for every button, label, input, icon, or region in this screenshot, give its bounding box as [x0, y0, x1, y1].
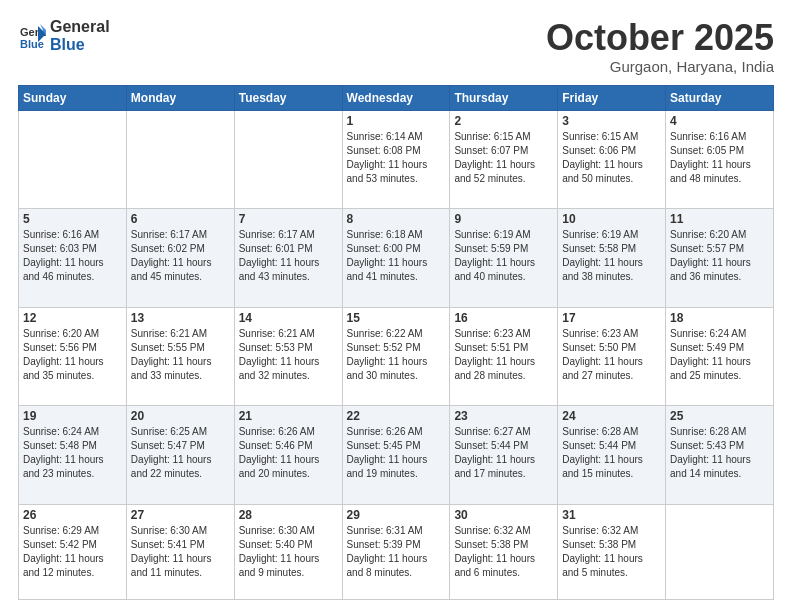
cell-content: Sunrise: 6:27 AM Sunset: 5:44 PM Dayligh… — [454, 425, 553, 481]
cell-content: Sunrise: 6:28 AM Sunset: 5:44 PM Dayligh… — [562, 425, 661, 481]
calendar-table: SundayMondayTuesdayWednesdayThursdayFrid… — [18, 85, 774, 600]
day-number: 29 — [347, 508, 446, 522]
cell-content: Sunrise: 6:26 AM Sunset: 5:46 PM Dayligh… — [239, 425, 338, 481]
calendar-cell: 9Sunrise: 6:19 AM Sunset: 5:59 PM Daylig… — [450, 209, 558, 308]
cell-content: Sunrise: 6:30 AM Sunset: 5:41 PM Dayligh… — [131, 524, 230, 580]
cell-content: Sunrise: 6:19 AM Sunset: 5:58 PM Dayligh… — [562, 228, 661, 284]
calendar-week-row: 26Sunrise: 6:29 AM Sunset: 5:42 PM Dayli… — [19, 504, 774, 599]
day-number: 11 — [670, 212, 769, 226]
cell-content: Sunrise: 6:24 AM Sunset: 5:48 PM Dayligh… — [23, 425, 122, 481]
calendar-week-row: 19Sunrise: 6:24 AM Sunset: 5:48 PM Dayli… — [19, 406, 774, 505]
weekday-header: Monday — [126, 85, 234, 110]
cell-content: Sunrise: 6:32 AM Sunset: 5:38 PM Dayligh… — [454, 524, 553, 580]
calendar-cell: 7Sunrise: 6:17 AM Sunset: 6:01 PM Daylig… — [234, 209, 342, 308]
day-number: 7 — [239, 212, 338, 226]
page: General Blue General Blue October 2025 G… — [0, 0, 792, 612]
cell-content: Sunrise: 6:18 AM Sunset: 6:00 PM Dayligh… — [347, 228, 446, 284]
day-number: 25 — [670, 409, 769, 423]
calendar-cell: 12Sunrise: 6:20 AM Sunset: 5:56 PM Dayli… — [19, 307, 127, 406]
weekday-header: Tuesday — [234, 85, 342, 110]
day-number: 16 — [454, 311, 553, 325]
day-number: 18 — [670, 311, 769, 325]
cell-content: Sunrise: 6:22 AM Sunset: 5:52 PM Dayligh… — [347, 327, 446, 383]
calendar-cell: 2Sunrise: 6:15 AM Sunset: 6:07 PM Daylig… — [450, 110, 558, 209]
cell-content: Sunrise: 6:21 AM Sunset: 5:55 PM Dayligh… — [131, 327, 230, 383]
calendar-cell: 5Sunrise: 6:16 AM Sunset: 6:03 PM Daylig… — [19, 209, 127, 308]
day-number: 4 — [670, 114, 769, 128]
cell-content: Sunrise: 6:30 AM Sunset: 5:40 PM Dayligh… — [239, 524, 338, 580]
calendar-cell: 22Sunrise: 6:26 AM Sunset: 5:45 PM Dayli… — [342, 406, 450, 505]
day-number: 1 — [347, 114, 446, 128]
month-title: October 2025 — [546, 18, 774, 58]
calendar-cell — [126, 110, 234, 209]
logo-general: General — [50, 18, 110, 36]
calendar-cell: 4Sunrise: 6:16 AM Sunset: 6:05 PM Daylig… — [666, 110, 774, 209]
day-number: 30 — [454, 508, 553, 522]
calendar-header-row: SundayMondayTuesdayWednesdayThursdayFrid… — [19, 85, 774, 110]
calendar-cell: 14Sunrise: 6:21 AM Sunset: 5:53 PM Dayli… — [234, 307, 342, 406]
day-number: 14 — [239, 311, 338, 325]
day-number: 31 — [562, 508, 661, 522]
calendar-cell: 25Sunrise: 6:28 AM Sunset: 5:43 PM Dayli… — [666, 406, 774, 505]
calendar-cell: 18Sunrise: 6:24 AM Sunset: 5:49 PM Dayli… — [666, 307, 774, 406]
calendar-cell: 26Sunrise: 6:29 AM Sunset: 5:42 PM Dayli… — [19, 504, 127, 599]
cell-content: Sunrise: 6:19 AM Sunset: 5:59 PM Dayligh… — [454, 228, 553, 284]
weekday-header: Sunday — [19, 85, 127, 110]
cell-content: Sunrise: 6:29 AM Sunset: 5:42 PM Dayligh… — [23, 524, 122, 580]
calendar-cell: 6Sunrise: 6:17 AM Sunset: 6:02 PM Daylig… — [126, 209, 234, 308]
calendar-cell — [666, 504, 774, 599]
cell-content: Sunrise: 6:17 AM Sunset: 6:01 PM Dayligh… — [239, 228, 338, 284]
day-number: 5 — [23, 212, 122, 226]
svg-text:Blue: Blue — [20, 38, 44, 50]
calendar-cell: 29Sunrise: 6:31 AM Sunset: 5:39 PM Dayli… — [342, 504, 450, 599]
cell-content: Sunrise: 6:26 AM Sunset: 5:45 PM Dayligh… — [347, 425, 446, 481]
calendar-week-row: 1Sunrise: 6:14 AM Sunset: 6:08 PM Daylig… — [19, 110, 774, 209]
calendar-cell: 21Sunrise: 6:26 AM Sunset: 5:46 PM Dayli… — [234, 406, 342, 505]
day-number: 28 — [239, 508, 338, 522]
calendar-cell: 1Sunrise: 6:14 AM Sunset: 6:08 PM Daylig… — [342, 110, 450, 209]
day-number: 6 — [131, 212, 230, 226]
day-number: 2 — [454, 114, 553, 128]
day-number: 26 — [23, 508, 122, 522]
calendar-cell: 13Sunrise: 6:21 AM Sunset: 5:55 PM Dayli… — [126, 307, 234, 406]
day-number: 15 — [347, 311, 446, 325]
weekday-header: Saturday — [666, 85, 774, 110]
day-number: 21 — [239, 409, 338, 423]
day-number: 3 — [562, 114, 661, 128]
cell-content: Sunrise: 6:16 AM Sunset: 6:03 PM Dayligh… — [23, 228, 122, 284]
calendar-cell: 10Sunrise: 6:19 AM Sunset: 5:58 PM Dayli… — [558, 209, 666, 308]
day-number: 24 — [562, 409, 661, 423]
calendar-cell: 23Sunrise: 6:27 AM Sunset: 5:44 PM Dayli… — [450, 406, 558, 505]
cell-content: Sunrise: 6:20 AM Sunset: 5:57 PM Dayligh… — [670, 228, 769, 284]
day-number: 22 — [347, 409, 446, 423]
logo: General Blue General Blue — [18, 18, 110, 53]
day-number: 9 — [454, 212, 553, 226]
calendar-cell: 31Sunrise: 6:32 AM Sunset: 5:38 PM Dayli… — [558, 504, 666, 599]
calendar-cell: 24Sunrise: 6:28 AM Sunset: 5:44 PM Dayli… — [558, 406, 666, 505]
weekday-header: Friday — [558, 85, 666, 110]
day-number: 10 — [562, 212, 661, 226]
day-number: 12 — [23, 311, 122, 325]
cell-content: Sunrise: 6:17 AM Sunset: 6:02 PM Dayligh… — [131, 228, 230, 284]
day-number: 19 — [23, 409, 122, 423]
cell-content: Sunrise: 6:21 AM Sunset: 5:53 PM Dayligh… — [239, 327, 338, 383]
logo-icon: General Blue — [18, 22, 46, 50]
location-subtitle: Gurgaon, Haryana, India — [546, 58, 774, 75]
calendar-week-row: 5Sunrise: 6:16 AM Sunset: 6:03 PM Daylig… — [19, 209, 774, 308]
cell-content: Sunrise: 6:16 AM Sunset: 6:05 PM Dayligh… — [670, 130, 769, 186]
cell-content: Sunrise: 6:14 AM Sunset: 6:08 PM Dayligh… — [347, 130, 446, 186]
calendar-cell — [234, 110, 342, 209]
calendar-cell: 27Sunrise: 6:30 AM Sunset: 5:41 PM Dayli… — [126, 504, 234, 599]
weekday-header: Wednesday — [342, 85, 450, 110]
calendar-cell: 16Sunrise: 6:23 AM Sunset: 5:51 PM Dayli… — [450, 307, 558, 406]
calendar-cell: 15Sunrise: 6:22 AM Sunset: 5:52 PM Dayli… — [342, 307, 450, 406]
cell-content: Sunrise: 6:15 AM Sunset: 6:06 PM Dayligh… — [562, 130, 661, 186]
day-number: 20 — [131, 409, 230, 423]
cell-content: Sunrise: 6:32 AM Sunset: 5:38 PM Dayligh… — [562, 524, 661, 580]
calendar-cell: 8Sunrise: 6:18 AM Sunset: 6:00 PM Daylig… — [342, 209, 450, 308]
calendar-week-row: 12Sunrise: 6:20 AM Sunset: 5:56 PM Dayli… — [19, 307, 774, 406]
title-block: October 2025 Gurgaon, Haryana, India — [546, 18, 774, 75]
cell-content: Sunrise: 6:15 AM Sunset: 6:07 PM Dayligh… — [454, 130, 553, 186]
calendar-cell: 11Sunrise: 6:20 AM Sunset: 5:57 PM Dayli… — [666, 209, 774, 308]
day-number: 23 — [454, 409, 553, 423]
